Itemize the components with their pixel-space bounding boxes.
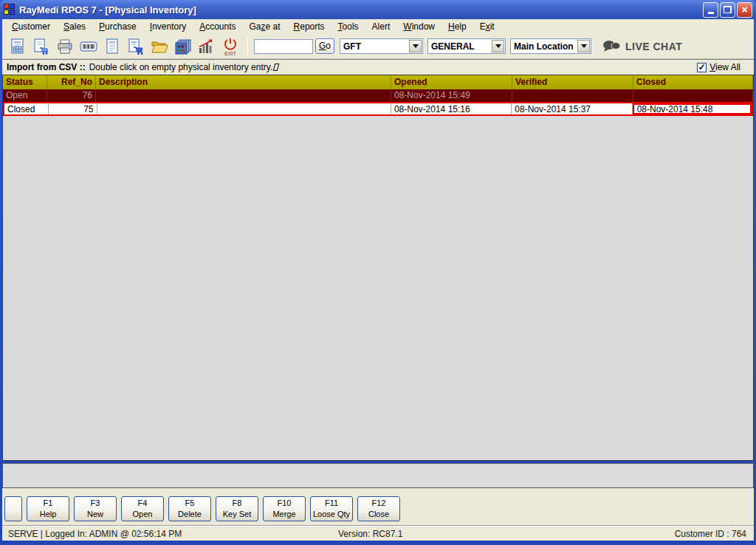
close-button[interactable]: × [737,2,752,18]
cell-ref-no[interactable]: 75 [49,103,97,114]
info-bar: Import from CSV :: Double click on empty… [2,59,754,75]
chevron-down-icon[interactable] [492,40,504,52]
version-label: Version: RC87.1 [338,529,402,539]
company-select[interactable]: GFT [340,38,423,54]
menu-bar: Customer Sales Purchase Inventory Accoun… [2,19,754,34]
loose-qty-button[interactable]: F11Loose Qty [310,496,353,521]
billing-icon[interactable] [7,36,29,57]
column-header-verified[interactable]: Verified [512,75,633,89]
view-all-checkbox[interactable]: ✓ View All [697,62,740,72]
cell-verified[interactable] [512,89,633,102]
purchase-cart-icon[interactable] [125,36,147,57]
menu-item-accounts[interactable]: Accounts [193,20,242,33]
close-icon: × [741,4,747,15]
cell-description[interactable] [96,89,391,102]
logged-in-status: SERVE | Logged In: ADMIN @ 02:56:14 PM [8,529,182,539]
cell-closed[interactable] [633,89,753,102]
table-header: Status Ref_No Description Opened Verifie… [3,75,753,89]
customers-icon[interactable] [172,36,194,57]
checkbox-check-icon[interactable]: ✓ [697,63,707,72]
menu-item-exit[interactable]: Exit [473,20,501,33]
barcode-icon[interactable] [78,36,100,57]
application-window: RayMedi RPOS 7 - [Physical Inventory] × … [0,0,756,545]
window-title: RayMedi RPOS 7 - [Physical Inventory] [19,4,701,16]
new-button[interactable]: F3New [74,496,117,521]
menu-item-sales[interactable]: Sales [57,20,92,33]
help-button[interactable]: F1Help [27,496,69,521]
menu-item-help[interactable]: Help [441,20,473,33]
open-button[interactable]: F4Open [121,496,164,521]
info-title: Import from CSV :: [7,62,86,72]
cell-status[interactable]: Open [3,89,47,102]
go-button[interactable]: Go [315,38,334,54]
status-bar: SERVE | Logged In: ADMIN @ 02:56:14 PM V… [2,526,754,541]
customer-id-label: Customer ID : 764 [675,529,746,539]
location-select[interactable]: Main Location [510,38,591,54]
text-cursor-glyph [273,64,279,71]
menu-item-gaze-at[interactable]: Gaze at [243,20,287,33]
column-header-closed[interactable]: Closed [633,75,753,89]
restore-button[interactable] [720,2,735,18]
chat-bubbles-icon [602,39,621,54]
cell-status[interactable]: Closed [4,103,49,114]
chevron-down-icon[interactable] [577,40,590,52]
minimize-icon [708,12,714,14]
live-chat-button[interactable]: LIVE CHAT [602,39,682,54]
title-bar: RayMedi RPOS 7 - [Physical Inventory] × [0,0,756,19]
exit-label: EXIT [224,51,236,56]
exit-icon[interactable]: EXIT [219,36,241,57]
menu-item-inventory[interactable]: Inventory [143,20,193,33]
merge-button[interactable]: F10Merge [263,496,306,521]
column-header-ref-no[interactable]: Ref_No [47,75,96,89]
function-key-bar: F1Help F3New F4Open F5Delete F8Key Set F… [2,488,754,526]
delete-button[interactable]: F5Delete [168,496,211,521]
info-message: Double click on empty physical inventory… [89,62,273,72]
app-icon [4,4,16,16]
cell-opened[interactable]: 08-Nov-2014 15:49 [391,89,512,102]
view-all-label: View All [709,62,740,72]
menu-item-reports[interactable]: Reports [287,20,331,33]
table-row[interactable]: Open 76 08-Nov-2014 15:49 [3,89,753,102]
sales-cart-icon[interactable] [30,36,52,57]
printer-icon[interactable] [54,36,76,57]
cell-verified[interactable]: 08-Nov-2014 15:37 [512,103,632,114]
inventory-table: Status Ref_No Description Opened Verifie… [2,75,754,461]
cell-description[interactable] [97,103,391,114]
search-input[interactable] [254,39,313,54]
live-chat-label: LIVE CHAT [625,41,682,52]
chevron-down-icon[interactable] [409,40,422,52]
cell-ref-no[interactable]: 76 [47,89,96,102]
menu-item-purchase[interactable]: Purchase [92,20,143,33]
menu-item-alert[interactable]: Alert [365,20,397,33]
toolbar-separator [247,37,248,56]
category-select[interactable]: GENERAL [427,38,506,54]
blank-button[interactable] [4,496,22,521]
column-header-description[interactable]: Description [96,75,391,89]
key-set-button[interactable]: F8Key Set [216,496,258,521]
menu-item-window[interactable]: Window [396,20,441,33]
document-icon[interactable] [101,36,123,57]
restore-icon [724,6,732,13]
column-header-status[interactable]: Status [3,75,47,89]
menu-item-tools[interactable]: Tools [331,20,365,33]
column-header-opened[interactable]: Opened [391,75,512,89]
menu-item-customer[interactable]: Customer [5,20,57,33]
minimize-button[interactable] [703,2,718,18]
toolbar: EXIT Go GFT GENERAL Main Location LIVE C… [2,34,754,59]
close-form-button[interactable]: F12Close [357,496,400,521]
table-row-selected[interactable]: Closed 75 08-Nov-2014 15:16 08-Nov-2014 … [3,102,753,116]
open-folder-icon[interactable] [148,36,171,57]
statistics-icon[interactable] [196,36,218,57]
cell-opened[interactable]: 08-Nov-2014 15:16 [391,103,512,114]
cell-closed-selected[interactable]: 08-Nov-2014 15:48 [633,103,752,114]
bottom-panel [2,463,754,488]
